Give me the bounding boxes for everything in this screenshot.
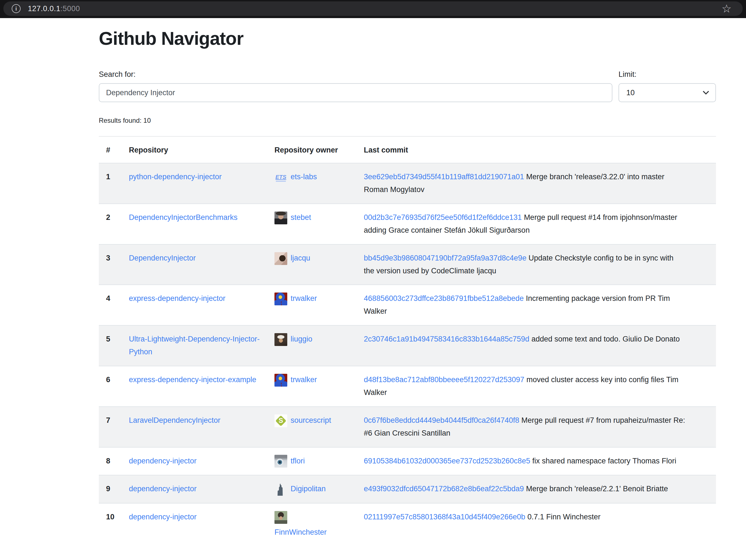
trwalker-avatar [275,374,287,387]
url-port: :5000 [60,4,80,13]
table-row: 1 python-dependency-injector ets-labs 3e… [99,163,716,204]
page-content: Github Navigator Search for: Limit: 10 R… [99,28,716,546]
results-table: # Repository Repository owner Last commi… [99,137,716,546]
site-info-icon[interactable]: i [12,4,21,13]
owner-name: stebet [291,213,311,222]
trwalker-avatar [275,293,287,305]
owner-name: ljacqu [291,254,310,262]
commit-hash-link[interactable]: 468856003c273dffce23b86791fbbe512a8ebede [364,294,524,302]
table-row: 4 express-dependency-injector trwalker 4… [99,285,716,325]
tflori-avatar [275,455,287,468]
limit-select[interactable]: 10 [619,83,716,102]
row-number: 6 [99,366,122,407]
owner-name: trwalker [291,376,317,384]
table-row: 3 DependencyInjector ljacqu bb45d9e3b986… [99,244,716,285]
owner-link[interactable]: FinnWinchester [275,513,349,539]
owner-link[interactable]: Digipolitan [275,484,326,493]
limit-column: Limit: 10 [619,70,716,102]
owner-name: liuggio [291,335,312,343]
table-row: 7 LaravelDependencyInjector sourcescript… [99,407,716,447]
owner-link[interactable]: stebet [275,213,311,222]
owner-link[interactable]: tflori [275,457,305,465]
row-number: 3 [99,244,122,285]
header-repository-owner: Repository owner [267,137,356,163]
limit-selected-value: 10 [626,89,635,97]
search-label: Search for: [99,70,612,79]
table-row: 2 DependencyInjectorBenchmarks stebet 00… [99,204,716,244]
url-host: 127.0.0.1 [28,4,60,13]
address-bar[interactable]: i 127.0.0.1:5000 ☆ [3,1,743,16]
table-row: 6 express-dependency-injector-example tr… [99,366,716,407]
browser-topbar: i 127.0.0.1:5000 ☆ [0,0,746,18]
row-number: 9 [99,475,122,503]
repo-link[interactable]: dependency-injector [129,513,197,521]
row-number: 5 [99,325,122,366]
commit-message: added some text and todo. Giulio De Dona… [532,335,680,343]
repo-link[interactable]: DependencyInjector [129,254,196,262]
row-number: 7 [99,407,122,447]
repo-link[interactable]: dependency-injector [129,484,197,493]
row-number: 4 [99,285,122,325]
owner-name: trwalker [291,294,317,302]
repo-link[interactable]: DependencyInjectorBenchmarks [129,213,237,222]
repo-link[interactable]: express-dependency-injector-example [129,376,256,384]
header-last-commit: Last commit [356,137,716,163]
search-form: Search for: Limit: 10 [99,70,716,102]
owner-link[interactable]: trwalker [275,294,317,302]
limit-label: Limit: [619,70,716,79]
chevron-down-icon [703,89,709,95]
ljacqu-avatar [275,252,287,265]
header-repository: Repository [122,137,267,163]
owner-link[interactable]: liuggio [275,335,312,343]
table-row: 10 dependency-injector FinnWinchester 02… [99,503,716,546]
owner-link[interactable]: sourcescript [275,416,331,424]
page-title: Github Navigator [99,28,716,50]
commit-hash-link[interactable]: 2c30746c1a91b4947583416c833b1644a85c759d [364,335,529,343]
row-number: 1 [99,163,122,204]
stebet-avatar [275,211,287,224]
header-num: # [99,137,122,163]
row-number: 8 [99,447,122,475]
table-header-row: # Repository Repository owner Last commi… [99,137,716,163]
repo-link[interactable]: python-dependency-injector [129,173,222,181]
table-row: 5 Ultra-Lightweight-Dependency-Injector-… [99,325,716,366]
digipolitan-building-logo-avatar [275,483,287,496]
repo-link[interactable]: Ultra-Lightweight-Dependency-Injector-Py… [129,335,260,356]
commit-hash-link[interactable]: 02111997e57c85801368f43a10d45f409e266e0b [364,513,525,521]
row-number: 2 [99,204,122,244]
url-text[interactable]: 127.0.0.1:5000 [28,4,80,13]
repo-link[interactable]: express-dependency-injector [129,294,226,302]
owner-name: ets-labs [291,173,317,181]
search-input[interactable] [99,83,612,102]
liuggio-avatar [275,333,287,346]
repo-link[interactable]: LaravelDependencyInjector [129,416,221,424]
sourcescript-logo-avatar [275,414,287,427]
commit-hash-link[interactable]: d48f13be8ac712abf80bbeeee5f120227d253097 [364,376,524,384]
commit-hash-link[interactable]: e493f9032dfcd65047172b682e8b6eaf22c5bda9 [364,484,524,493]
repo-link[interactable]: dependency-injector [129,457,197,465]
table-row: 9 dependency-injector Digipolitan e493f9… [99,475,716,503]
commit-hash-link[interactable]: bb45d9e3b98608047190bf72a95fa9a37d8c4e9e [364,254,526,262]
owner-name: FinnWinchester [275,526,349,539]
owner-link[interactable]: trwalker [275,376,317,384]
commit-hash-link[interactable]: 00d2b3c7e76935d76f25ee50f6d1f2ef6ddce131 [364,213,522,222]
commit-hash-link[interactable]: 69105384b61032d000365ee737cd2523b260c8e5 [364,457,530,465]
row-number: 10 [99,503,122,546]
commit-hash-link[interactable]: 3ee629eb5d7349d55f41b119aff81dd219071a01 [364,173,524,181]
search-column: Search for: [99,70,612,102]
owner-name: Digipolitan [291,484,326,493]
owner-name: tflori [291,457,305,465]
ets-labs-logo-avatar [275,171,287,184]
commit-message: fix shared namespace factory Thomas Flor… [532,457,676,465]
results-count: Results found: 10 [99,117,716,124]
commit-message: Merge branch 'release/2.2.1' Benoit Bria… [526,484,668,493]
commit-message: 0.7.1 Finn Winchester [527,513,601,521]
owner-name: sourcescript [291,416,331,424]
finnwinchester-avatar [275,511,287,524]
commit-hash-link[interactable]: 0c67f6be8eddcd4449eb4044f5df0ca26f4740f8 [364,416,519,424]
owner-link[interactable]: ljacqu [275,254,310,262]
table-row: 8 dependency-injector tflori 69105384b61… [99,447,716,475]
owner-link[interactable]: ets-labs [275,173,317,181]
bookmark-star-icon[interactable]: ☆ [721,3,731,14]
